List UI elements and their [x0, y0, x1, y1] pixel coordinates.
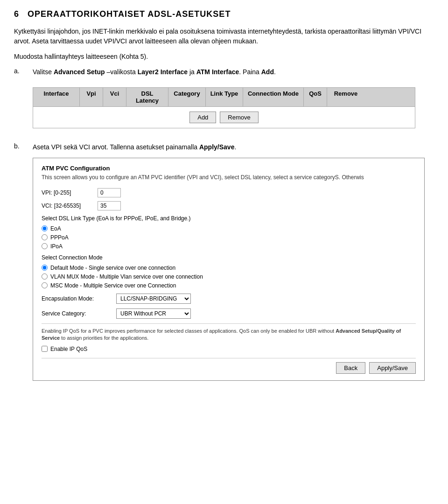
- col-category-header: Category: [168, 88, 206, 106]
- service-category-row: Service Category: UBR Without PCR: [42, 308, 416, 319]
- step-b-end: .: [234, 143, 236, 151]
- encap-label: Encapsulation Mode:: [42, 295, 116, 302]
- radio-msc-mode[interactable]: [42, 282, 48, 288]
- radio-pppoa[interactable]: [42, 234, 48, 240]
- vci-input[interactable]: [98, 201, 121, 210]
- radio-ipoa[interactable]: [42, 243, 48, 249]
- section-number: 6: [14, 9, 19, 19]
- enable-qos-checkbox[interactable]: [42, 346, 48, 352]
- step-a-suffix: . Paina: [239, 68, 261, 76]
- col-qos-header: QoS: [304, 88, 327, 106]
- step-b-text: Aseta VPI sekä VCI arvot. Tallenna asetu…: [33, 142, 434, 152]
- intro-para2: Muodosta hallintayhteys laitteeseen (Koh…: [14, 52, 434, 62]
- qos-note-text1: Enabling IP QoS for a PVC improves perfo…: [42, 328, 334, 334]
- radio-default-mode[interactable]: [42, 265, 48, 271]
- radio-eoa[interactable]: [42, 225, 48, 231]
- add-button[interactable]: Add: [189, 112, 216, 123]
- config-footer: Back Apply/Save: [42, 358, 416, 374]
- qos-note: Enabling IP QoS for a PVC improves perfo…: [42, 323, 416, 342]
- conn-mode-group: Default Mode - Single service over one c…: [42, 265, 416, 289]
- radio-default-label: Default Mode - Single service over one c…: [50, 265, 175, 271]
- apply-save-button[interactable]: Apply/Save: [369, 362, 416, 374]
- step-a-prefix: Valitse: [33, 68, 54, 76]
- radio-vlan-label: VLAN MUX Mode - Multiple Vlan service ov…: [50, 273, 203, 280]
- step-a-bold3: ATM Interface: [196, 68, 239, 76]
- vci-field-row: VCI: [32-65535]: [42, 201, 416, 210]
- dsl-link-type-group: EoA PPPoA IPoA: [42, 225, 416, 250]
- col-interface-header: Interface: [33, 88, 80, 106]
- col-vpi-header: Vpi: [80, 88, 103, 106]
- col-remove-header: Remove: [327, 88, 364, 106]
- step-a-text: Valitse Advanced Setup –valikosta Layer2…: [33, 67, 434, 77]
- table-buttons: Add Remove: [33, 107, 415, 128]
- step-a-bold4: Add: [261, 68, 274, 76]
- enable-qos-label: Enable IP QoS: [50, 346, 87, 352]
- step-a-content: Valitse Advanced Setup –valikosta Layer2…: [33, 67, 434, 136]
- service-select[interactable]: UBR Without PCR: [116, 308, 191, 319]
- radio-pppoa-label: PPPoA: [50, 234, 69, 241]
- radio-vlan-mode[interactable]: [42, 273, 48, 280]
- step-a-letter: a.: [14, 67, 33, 136]
- step-a: a. Valitse Advanced Setup –valikosta Lay…: [14, 67, 434, 136]
- radio-default-item: Default Mode - Single service over one c…: [42, 265, 416, 271]
- config-desc: This screen allows you to configure an A…: [42, 174, 416, 182]
- layer2-interface-table: Interface Vpi Vci DSL Latency Category L…: [33, 87, 415, 128]
- step-b-letter: b.: [14, 142, 33, 385]
- step-a-mid: –valikosta: [105, 68, 138, 76]
- service-label: Service Category:: [42, 310, 116, 317]
- encap-select[interactable]: LLC/SNAP-BRIDGING: [116, 294, 191, 304]
- radio-msc-label: MSC Mode - Multiple Service over one Con…: [50, 282, 176, 289]
- step-a-mid2: ja: [188, 68, 196, 76]
- enable-qos-row: Enable IP QoS: [42, 346, 416, 352]
- encap-row: Encapsulation Mode: LLC/SNAP-BRIDGING: [42, 294, 416, 304]
- back-button[interactable]: Back: [336, 362, 365, 374]
- col-linktype-header: Link Type: [206, 88, 243, 106]
- col-connmode-header: Connection Mode: [243, 88, 304, 106]
- radio-eoa-label: EoA: [50, 225, 61, 232]
- radio-pppoa-item: PPPoA: [42, 234, 416, 241]
- qos-note-text3: to assign priorities for the application…: [61, 335, 148, 341]
- vpi-input[interactable]: [98, 188, 121, 197]
- step-b-bold: Apply/Save: [199, 143, 234, 151]
- config-title: ATM PVC Configuration: [42, 165, 416, 172]
- radio-eoa-item: EoA: [42, 225, 416, 232]
- radio-vlan-item: VLAN MUX Mode - Multiple Vlan service ov…: [42, 273, 416, 280]
- step-b-prefix: Aseta VPI sekä VCI arvot. Tallenna asetu…: [33, 143, 199, 151]
- vpi-field-row: VPI: [0-255]: [42, 188, 416, 197]
- page-title: OPERAATTORIKOHTAISET ADSL-ASETUKSET: [28, 9, 231, 19]
- step-b: b. Aseta VPI sekä VCI arvot. Tallenna as…: [14, 142, 434, 385]
- vpi-label: VPI: [0-255]: [42, 189, 98, 196]
- radio-msc-item: MSC Mode - Multiple Service over one Con…: [42, 282, 416, 289]
- atm-pvc-config-box: ATM PVC Configuration This screen allows…: [33, 158, 425, 381]
- dsl-link-type-label: Select DSL Link Type (EoA is for PPPoE, …: [42, 215, 416, 222]
- remove-button[interactable]: Remove: [220, 112, 258, 123]
- radio-ipoa-label: IPoA: [50, 243, 63, 250]
- col-dsl-header: DSL Latency: [126, 88, 168, 106]
- radio-ipoa-item: IPoA: [42, 243, 416, 250]
- conn-mode-label: Select Connection Mode: [42, 254, 416, 261]
- intro-para1: Kytkettyäsi linjajohdon, jos INET-linkin…: [14, 27, 434, 46]
- step-b-content: Aseta VPI sekä VCI arvot. Tallenna asetu…: [33, 142, 434, 385]
- step-a-bold2: Layer2 Interface: [138, 68, 188, 76]
- table-header: Interface Vpi Vci DSL Latency Category L…: [33, 88, 415, 107]
- col-vci-header: Vci: [103, 88, 126, 106]
- step-a-bold1: Advanced Setup: [54, 68, 105, 76]
- vci-label: VCI: [32-65535]: [42, 203, 98, 209]
- step-a-end: .: [274, 68, 276, 76]
